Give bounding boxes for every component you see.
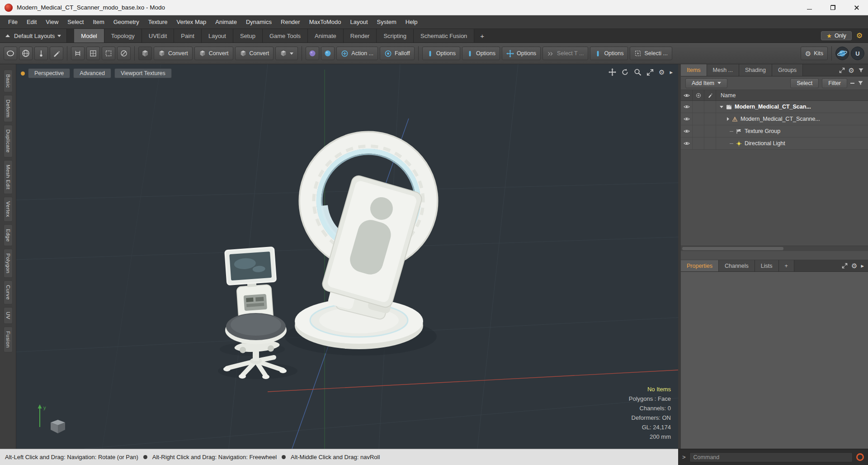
left-tab-curve[interactable]: Curve — [4, 280, 13, 304]
panel-settings-gear-icon[interactable]: ⚙ — [849, 67, 854, 74]
tab-game-tools[interactable]: Game Tools — [263, 29, 308, 43]
menu-maxtomodo[interactable]: MaxToModo — [305, 16, 346, 28]
tab-shading[interactable]: Shading — [739, 64, 772, 76]
menu-layout[interactable]: Layout — [345, 16, 372, 28]
viewport-settings-gear-icon[interactable]: ⚙ — [659, 69, 665, 76]
circle-slash-tool-button[interactable] — [117, 47, 131, 60]
item-row-directional-light[interactable]: Directional Light — [681, 138, 868, 150]
left-tab-fusion[interactable]: Fusion — [4, 327, 13, 352]
left-tab-vertex[interactable]: Vertex — [4, 197, 13, 222]
eye-icon[interactable] — [681, 138, 693, 149]
left-tab-duplicate[interactable]: Duplicate — [4, 125, 13, 157]
left-tab-basic[interactable]: Basic — [4, 70, 13, 92]
menu-select[interactable]: Select — [63, 16, 88, 28]
visibility-column-eye-icon[interactable] — [681, 90, 693, 100]
tab-layout[interactable]: Layout — [202, 29, 233, 43]
paint-column-brush-icon[interactable] — [704, 90, 716, 100]
tab-lists[interactable]: Lists — [755, 260, 779, 271]
blue-sphere-tool-button[interactable] — [321, 47, 335, 60]
user-account-button[interactable]: U — [851, 47, 864, 60]
cube-dropdown-button[interactable] — [275, 47, 298, 60]
viewport-textures-button[interactable]: Viewport Textures — [114, 68, 172, 78]
left-tab-polygon[interactable]: Polygon — [4, 249, 13, 278]
3d-viewport[interactable]: Perspective Advanced Viewport Textures — [16, 64, 678, 449]
eye-icon[interactable] — [681, 125, 693, 137]
tab-uvedit[interactable]: UVEdit — [142, 29, 174, 43]
left-tab-mesh-edit[interactable]: Mesh Edit — [4, 160, 13, 194]
cube-preset-button[interactable] — [138, 47, 152, 60]
eye-icon[interactable] — [681, 101, 693, 113]
filter-button[interactable]: Filter — [822, 78, 847, 88]
menu-view[interactable]: View — [41, 16, 63, 28]
left-tab-edge[interactable]: Edge — [4, 224, 13, 246]
menu-texture[interactable]: Texture — [144, 16, 172, 28]
item-row-render-group[interactable]: Modern_Medical_CT_Scan... — [681, 101, 868, 113]
viewport-flyout-arrow-icon[interactable]: ▸ — [670, 69, 673, 75]
panel-flyout-arrow-icon[interactable]: ▸ — [861, 263, 864, 269]
3d-scene[interactable] — [16, 64, 678, 449]
options-button-1[interactable]: Options — [422, 47, 460, 60]
pan-icon[interactable] — [609, 68, 616, 76]
falloff-button[interactable]: Falloff — [380, 47, 415, 60]
slice-tool-button[interactable] — [50, 47, 63, 60]
tab-setup[interactable]: Setup — [233, 29, 263, 43]
shading-mode-button[interactable]: Advanced — [73, 68, 111, 78]
action-center-button[interactable]: Action ... — [336, 47, 378, 60]
left-tab-uv[interactable]: UV — [4, 307, 13, 324]
disclosure-collapsed-icon[interactable] — [727, 117, 729, 121]
dashed-square-tool-button[interactable] — [102, 47, 115, 60]
view-mode-button[interactable]: Perspective — [28, 68, 70, 78]
item-row-mesh[interactable]: Modern_Medical_CT_Scanne... — [681, 113, 868, 125]
bridge-tool-button[interactable] — [71, 47, 85, 60]
tab-mesh-ops[interactable]: Mesh ... — [707, 64, 739, 76]
eye-icon[interactable] — [681, 113, 693, 125]
only-toggle-button[interactable]: ★ Only — [821, 31, 851, 40]
minimize-button[interactable] — [797, 0, 821, 15]
grid-cube-tool-button[interactable] — [86, 47, 100, 60]
menu-geometry[interactable]: Geometry — [109, 16, 144, 28]
orbit-icon[interactable] — [621, 68, 629, 76]
menu-item[interactable]: Item — [88, 16, 108, 28]
item-list-horizontal-scrollbar[interactable] — [681, 246, 868, 251]
tab-schematic-fusion[interactable]: Schematic Fusion — [414, 29, 474, 43]
item-label[interactable]: Directional Light — [745, 140, 785, 147]
panel-settings-gear-icon[interactable]: ⚙ — [851, 262, 857, 269]
command-prompt[interactable]: > — [682, 454, 686, 460]
options-button-2[interactable]: Options — [462, 47, 500, 60]
kits-button[interactable]: ⚙ Kits — [801, 47, 828, 60]
menu-vertex-map[interactable]: Vertex Map — [172, 16, 211, 28]
pin-tool-button[interactable] — [34, 47, 48, 60]
restore-button[interactable] — [821, 0, 844, 15]
scrollbar-handle[interactable] — [682, 247, 783, 250]
expand-panel-icon[interactable] — [842, 263, 848, 269]
macro-record-button[interactable] — [856, 453, 864, 461]
select-button[interactable]: Select — [790, 78, 819, 88]
menu-system[interactable]: System — [373, 16, 401, 28]
convert-button-2[interactable]: Convert — [194, 47, 233, 60]
tab-properties[interactable]: Properties — [681, 260, 719, 271]
panel-divider[interactable] — [681, 251, 868, 260]
collapse-up-icon[interactable] — [5, 34, 10, 37]
tab-groups[interactable]: Groups — [772, 64, 803, 76]
options-button-4[interactable]: Options — [590, 47, 628, 60]
select-through-button[interactable]: Select T ... — [542, 47, 588, 60]
tab-paint[interactable]: Paint — [174, 29, 202, 43]
ellipse-tool-button[interactable] — [4, 47, 17, 60]
collapse-all-icon[interactable] — [850, 83, 854, 84]
add-panel-tab-button[interactable]: + — [779, 260, 794, 271]
list-filter-funnel-icon[interactable] — [858, 80, 863, 86]
tab-items[interactable]: Items — [681, 64, 707, 76]
tab-model[interactable]: Model — [74, 29, 104, 43]
options-button-3[interactable]: Options — [502, 47, 541, 60]
disclosure-expanded-icon[interactable] — [720, 106, 723, 108]
panel-filter-icon[interactable] — [858, 67, 864, 73]
planet-button[interactable] — [835, 47, 849, 60]
item-label[interactable]: Texture Group — [745, 128, 780, 134]
item-row-texture-group[interactable]: Texture Group — [681, 125, 868, 138]
tab-channels[interactable]: Channels — [719, 260, 755, 271]
globe-tool-button[interactable] — [19, 47, 33, 60]
close-button[interactable] — [844, 0, 868, 15]
command-input[interactable] — [689, 452, 853, 462]
convert-button-3[interactable]: Convert — [235, 47, 274, 60]
selection-button[interactable]: Selecti ... — [630, 47, 672, 60]
